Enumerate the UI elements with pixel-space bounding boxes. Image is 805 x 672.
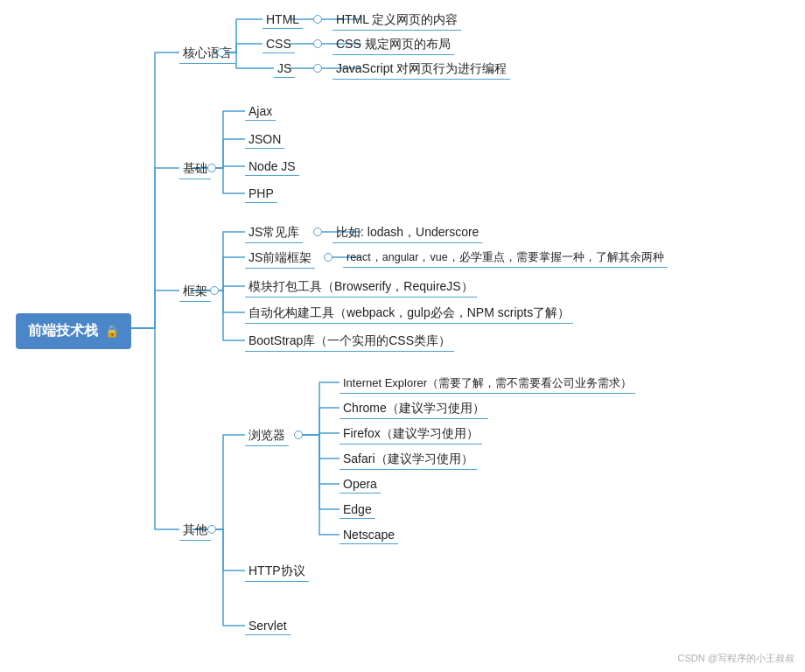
node-browser: 浏览器 xyxy=(245,426,289,446)
node-php: PHP xyxy=(245,185,277,203)
node-js: JS xyxy=(274,60,295,78)
node-opera: Opera xyxy=(340,475,381,494)
node-basics: 基础 xyxy=(179,159,211,179)
node-json: JSON xyxy=(245,130,284,149)
root-node: 前端技术栈 🔒 xyxy=(16,313,131,349)
node-ie: Internet Explorer（需要了解，需不需要看公司业务需求） xyxy=(340,374,635,394)
dot-browser xyxy=(294,430,303,439)
node-html-desc: HTML 定义网页的内容 xyxy=(332,10,461,31)
node-nodejs: Node JS xyxy=(245,158,299,176)
node-js-common-lib: JS常见库 xyxy=(245,223,303,243)
dot-html xyxy=(313,15,322,24)
node-framework: 框架 xyxy=(179,282,211,302)
node-bundler: 模块打包工具（Browserify，RequireJS） xyxy=(245,277,477,298)
node-css: CSS xyxy=(262,35,295,53)
dot-basics xyxy=(207,164,216,172)
dot-core-lang xyxy=(217,48,226,57)
node-bootstrap: BootStrap库（一个实用的CSS类库） xyxy=(245,332,454,352)
node-core-lang: 核心语言 xyxy=(179,44,235,64)
node-js-desc: JavaScript 对网页行为进行编程 xyxy=(332,60,510,80)
node-js-frontend: JS前端框架 xyxy=(245,248,315,269)
node-netscape: Netscape xyxy=(340,526,398,544)
watermark: CSDN @写程序的小王叔叔 xyxy=(678,652,794,665)
node-http: HTTP协议 xyxy=(245,562,309,582)
node-other: 其他 xyxy=(179,521,211,541)
root-label: 前端技术栈 xyxy=(28,323,98,338)
dot-other xyxy=(207,525,216,534)
node-ajax: Ajax xyxy=(245,102,276,121)
node-safari: Safari（建议学习使用） xyxy=(340,450,477,470)
dot-js-frontend xyxy=(324,253,332,262)
node-edge: Edge xyxy=(340,500,375,519)
dot-js-common-lib xyxy=(313,228,322,236)
mindmap-container: 前端技术栈 🔒 核心语言 HTML HTML 定义网页的内容 CSS CSS 规… xyxy=(0,0,805,672)
node-html: HTML xyxy=(262,10,303,29)
node-js-frontend-desc: react，angular，vue，必学重点，需要掌握一种，了解其余两种 xyxy=(343,248,668,268)
dot-js xyxy=(313,64,322,73)
node-chrome: Chrome（建议学习使用） xyxy=(340,399,488,419)
node-firefox: Firefox（建议学习使用） xyxy=(340,424,482,444)
lock-icon: 🔒 xyxy=(105,325,119,338)
node-servlet: Servlet xyxy=(245,617,290,635)
dot-framework xyxy=(210,286,219,295)
node-js-common-lib-desc: 比如: lodash，Underscore xyxy=(332,223,482,243)
node-build-tools: 自动化构建工具（webpack，gulp必会，NPM scripts了解） xyxy=(245,304,573,324)
dot-css xyxy=(313,39,322,48)
node-css-desc: CSS 规定网页的布局 xyxy=(332,35,454,55)
